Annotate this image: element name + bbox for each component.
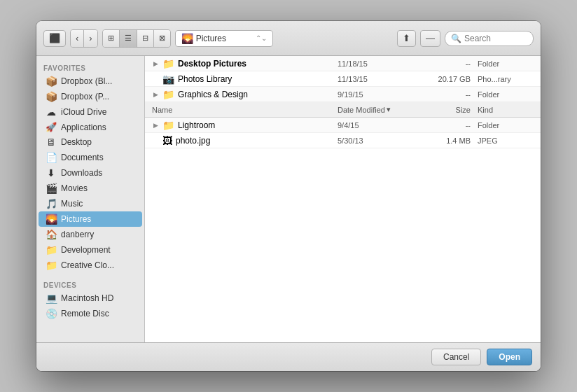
sidebar-item-development-label: Development xyxy=(61,245,111,255)
location-arrows-icon: ⌃⌄ xyxy=(256,34,267,42)
table-row[interactable]: 🖼 photo.jpg 5/30/13 1.4 MB JPEG xyxy=(145,133,541,148)
file-kind: JPEG xyxy=(478,136,534,145)
open-button[interactable]: Open xyxy=(487,349,532,365)
view-icon-icon: ⊞ xyxy=(108,34,114,43)
view-icon-button[interactable]: ⊞ xyxy=(103,30,120,47)
location-folder-icon: 🌄 xyxy=(181,33,193,44)
view-column-button[interactable]: ⊟ xyxy=(137,30,154,47)
sidebar-item-danberry[interactable]: 🏠 danberry xyxy=(39,227,142,242)
sidebar-item-dropbox-bl-label: Dropbox (Bl... xyxy=(61,76,112,86)
sidebar-item-applications-label: Applications xyxy=(61,122,106,132)
file-size: 1.4 MB xyxy=(415,136,478,145)
file-name: Photos Library xyxy=(178,74,232,84)
view-cover-button[interactable]: ⊠ xyxy=(154,30,170,47)
file-size: -- xyxy=(415,90,478,99)
sidebar-item-icloud-label: iCloud Drive xyxy=(61,107,106,117)
sidebar-item-icloud[interactable]: ☁ iCloud Drive xyxy=(39,104,142,120)
expand-arrow-icon[interactable]: ▶ xyxy=(152,122,159,129)
col-date-label: Date Modified xyxy=(338,106,385,114)
sidebar-toggle-button[interactable]: ⬛ xyxy=(43,30,66,47)
sidebar-item-dropbox-bl[interactable]: 📦 Dropbox (Bl... xyxy=(39,74,142,89)
file-date: 11/13/15 xyxy=(338,75,415,83)
col-header-name[interactable]: Name xyxy=(152,106,338,114)
col-header-kind[interactable]: Kind xyxy=(478,106,534,114)
file-name-cell: ▶ 📁 Graphics & Design xyxy=(152,89,338,100)
forward-button[interactable]: › xyxy=(84,30,97,47)
table-row[interactable]: ▶ 📁 Graphics & Design 9/19/15 -- Folder xyxy=(145,87,541,102)
file-date: 11/18/15 xyxy=(338,59,415,68)
applications-icon: 🚀 xyxy=(46,122,57,132)
sidebar-item-movies[interactable]: 🎬 Movies xyxy=(39,181,142,196)
documents-icon: 📄 xyxy=(46,152,57,163)
sidebar-item-creative-clo-label: Creative Clo... xyxy=(61,260,114,270)
col-header-size[interactable]: Size xyxy=(415,106,478,114)
dropbox-bl-icon: 📦 xyxy=(46,76,57,87)
file-date: 9/4/15 xyxy=(338,121,415,130)
sidebar-item-dropbox-p[interactable]: 📦 Dropbox (P... xyxy=(39,89,142,104)
toolbar: ⬛ ‹ › ⊞ ☰ ⊟ ⊠ 🌄 xyxy=(36,21,541,56)
sidebar-item-music-label: Music xyxy=(61,199,83,209)
sidebar-item-macintosh-hd[interactable]: 💻 Macintosh HD xyxy=(39,290,142,306)
sidebar-item-development[interactable]: 📁 Development xyxy=(39,242,142,258)
icloud-icon: ☁ xyxy=(46,106,57,118)
col-name-label: Name xyxy=(152,106,172,114)
table-row[interactable]: ▶ 📁 Lightroom 9/4/15 -- Folder xyxy=(145,118,541,133)
table-row[interactable]: 📷 Photos Library 11/13/15 20.17 GB Pho..… xyxy=(145,71,541,87)
back-button[interactable]: ‹ xyxy=(71,30,84,47)
expand-arrow-icon[interactable]: ▶ xyxy=(152,60,159,67)
sidebar-item-documents[interactable]: 📄 Documents xyxy=(39,150,142,165)
view-list-button[interactable]: ☰ xyxy=(120,30,137,47)
sidebar-item-downloads[interactable]: ⬇ Downloads xyxy=(39,165,142,181)
sidebar-item-creative-clo[interactable]: 📁 Creative Clo... xyxy=(39,258,142,273)
finder-window: ⬛ ‹ › ⊞ ☰ ⊟ ⊠ 🌄 xyxy=(36,21,541,371)
expand-arrow-icon[interactable]: ▶ xyxy=(152,91,159,98)
file-name: Desktop Pictures xyxy=(178,59,246,69)
view-buttons: ⊞ ☰ ⊟ ⊠ xyxy=(102,29,171,48)
remote-disc-icon: 💿 xyxy=(46,308,57,319)
search-icon: 🔍 xyxy=(451,34,461,43)
location-text: Pictures xyxy=(196,34,253,43)
file-name: Lightroom xyxy=(178,120,215,130)
creative-clo-icon: 📁 xyxy=(46,260,57,271)
share-button[interactable]: ⬆ xyxy=(397,30,416,47)
file-list-header: Name Date Modified ▾ Size Kind xyxy=(145,102,541,118)
sidebar-item-applications[interactable]: 🚀 Applications xyxy=(39,120,142,134)
sidebar-item-remote-disc[interactable]: 💿 Remote Disc xyxy=(39,306,142,321)
view-list-icon: ☰ xyxy=(125,34,132,43)
file-name-cell: 🖼 photo.jpg xyxy=(152,135,338,146)
file-kind: Folder xyxy=(478,121,534,130)
sidebar-item-pictures-label: Pictures xyxy=(61,214,91,224)
sidebar-item-music[interactable]: 🎵 Music xyxy=(39,196,142,211)
col-kind-label: Kind xyxy=(478,106,493,114)
file-list: ▶ 📁 Desktop Pictures 11/18/15 -- Folder … xyxy=(145,56,541,342)
sidebar-toggle-icon: ⬛ xyxy=(49,33,60,43)
action-icon: — xyxy=(426,33,435,43)
file-size: 20.17 GB xyxy=(415,75,478,83)
folder-icon: 📁 xyxy=(162,120,174,131)
file-date: 5/30/13 xyxy=(338,136,415,145)
sidebar-item-pictures[interactable]: 🌄 Pictures xyxy=(39,211,142,227)
music-icon: 🎵 xyxy=(46,198,57,209)
col-date-sort-arrow: ▾ xyxy=(387,105,391,114)
search-input[interactable] xyxy=(464,34,527,43)
pictures-icon: 🌄 xyxy=(46,214,57,225)
col-header-date[interactable]: Date Modified ▾ xyxy=(338,105,415,114)
table-row[interactable]: ▶ 📁 Desktop Pictures 11/18/15 -- Folder xyxy=(145,56,541,71)
sidebar-item-dropbox-p-label: Dropbox (P... xyxy=(61,92,109,102)
development-icon: 📁 xyxy=(46,244,57,255)
sidebar-item-desktop[interactable]: 🖥 Desktop xyxy=(39,134,142,150)
back-icon: ‹ xyxy=(76,33,78,43)
cancel-button[interactable]: Cancel xyxy=(431,349,481,365)
action-button[interactable]: — xyxy=(420,30,440,47)
main-content: Favorites 📦 Dropbox (Bl... 📦 Dropbox (P.… xyxy=(36,56,541,342)
bottom-bar: Cancel Open xyxy=(36,342,541,371)
sidebar: Favorites 📦 Dropbox (Bl... 📦 Dropbox (P.… xyxy=(36,56,145,342)
favorites-section-title: Favorites xyxy=(36,62,144,74)
view-column-icon: ⊟ xyxy=(142,34,148,43)
col-size-label: Size xyxy=(456,106,471,114)
sidebar-item-remote-disc-label: Remote Disc xyxy=(61,309,109,318)
movies-icon: 🎬 xyxy=(46,183,57,194)
file-name-cell: 📷 Photos Library xyxy=(152,74,338,85)
location-bar[interactable]: 🌄 Pictures ⌃⌄ xyxy=(175,30,273,47)
search-bar[interactable]: 🔍 xyxy=(445,31,534,46)
